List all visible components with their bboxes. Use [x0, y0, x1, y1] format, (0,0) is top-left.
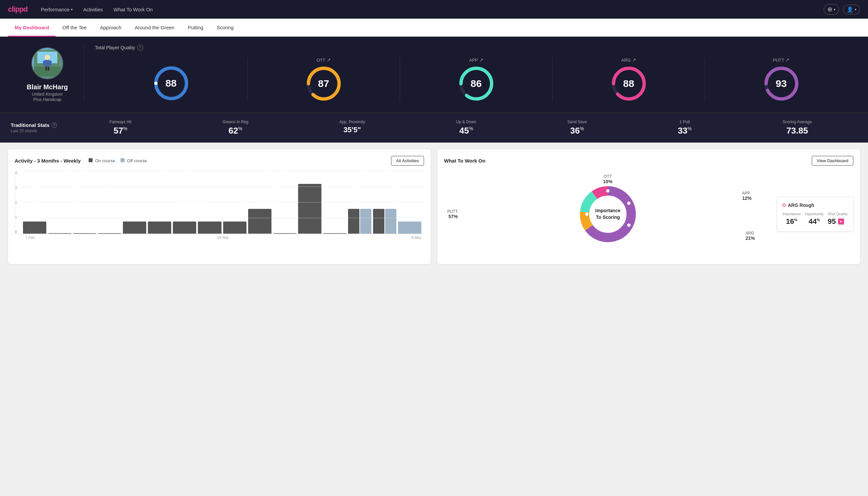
tab-approach[interactable]: Approach: [93, 19, 128, 37]
bar-group-14: [348, 209, 372, 234]
nav-what-to-work-on[interactable]: What To Work On: [114, 7, 153, 12]
plus-icon: ⊕: [827, 6, 832, 13]
donut-svg: Importance To Scoring: [574, 181, 641, 248]
tab-my-dashboard[interactable]: My Dashboard: [8, 19, 56, 37]
score-arg: ARG ↗ 88: [553, 57, 705, 102]
circle-ott: 87: [305, 65, 342, 102]
stat-sand-save: Sand Save 36%: [567, 120, 587, 136]
svg-rect-1: [34, 67, 61, 77]
what-to-work-on-card: What To Work On View Dashboard OTT 10% A…: [437, 149, 860, 264]
circle-putt: 93: [763, 65, 800, 102]
bar-group-11: [273, 233, 297, 234]
all-activities-button[interactable]: All Activities: [391, 156, 424, 166]
nav-activities[interactable]: Activities: [83, 7, 103, 12]
on-course-dot: [89, 158, 93, 162]
score-label-app: APP ↗: [469, 57, 483, 63]
circle-arg: 88: [611, 65, 647, 102]
nav-performance[interactable]: Performance ▾: [41, 7, 73, 12]
tab-off-the-tee[interactable]: Off the Tee: [56, 19, 93, 37]
tstat-subtitle: Last 20 rounds: [11, 128, 64, 133]
bar-group-15: [373, 209, 396, 234]
tstat-title: Traditional Stats ?: [11, 122, 64, 128]
metric-opportunity: Opportunity 44%: [805, 212, 824, 226]
player-handicap: Plus Handicap: [33, 97, 61, 102]
bar-chart: 4 3 2 1 0: [15, 171, 424, 244]
score-value-putt: 93: [776, 78, 787, 89]
tab-scoring[interactable]: Scoring: [210, 19, 240, 37]
bar-on-2: [48, 233, 71, 234]
detail-card-title: ARG Rough: [783, 203, 848, 208]
svg-point-28: [606, 189, 610, 192]
score-total: TPQ 88: [95, 57, 248, 102]
svg-point-32: [590, 196, 626, 232]
arg-label: ARG 21%: [745, 231, 755, 241]
bar-group-13: [323, 233, 346, 234]
info-icon[interactable]: ?: [137, 45, 143, 51]
scores-section: Total Player Quality ? TPQ: [84, 45, 857, 102]
tab-putting[interactable]: Putting: [181, 19, 210, 37]
bar-on-1: [23, 221, 46, 234]
tstat-info-icon[interactable]: ?: [52, 123, 57, 128]
svg-rect-5: [43, 61, 46, 65]
svg-rect-6: [49, 61, 52, 65]
sub-navigation: My Dashboard Off the Tee Approach Around…: [0, 19, 868, 37]
chart-legend: On course Off course: [89, 158, 147, 163]
bar-group-9: [223, 221, 247, 234]
traditional-stats: Traditional Stats ? Last 20 rounds Fairw…: [0, 113, 868, 143]
flag-icon: ▼: [838, 218, 844, 224]
stat-scoring-avg: Scoring Average 73.85: [783, 120, 812, 136]
activity-chart-title: Activity - 3 Months - Weekly: [15, 158, 81, 164]
stat-one-putt: 1 Putt 33%: [678, 120, 692, 136]
score-label-putt: PUTT ↗: [773, 57, 790, 63]
what-card-title: What To Work On: [444, 158, 485, 164]
user-button[interactable]: 👤 ▾: [843, 5, 860, 14]
bar-group-7: [173, 221, 196, 234]
bar-group-10: [248, 209, 271, 234]
svg-point-30: [627, 223, 631, 227]
svg-point-31: [585, 213, 588, 216]
user-icon: 👤: [847, 6, 853, 13]
what-content: OTT 10% APP 12% ARG 21% PUTT 57%: [444, 171, 853, 258]
svg-rect-8: [48, 67, 49, 71]
view-dashboard-button[interactable]: View Dashboard: [812, 156, 853, 166]
add-arrow: ▾: [834, 7, 835, 11]
stat-app-proximity: App. Proximity 35'5": [340, 120, 365, 136]
donut-chart-area: OTT 10% APP 12% ARG 21% PUTT 57%: [444, 171, 771, 258]
stat-fairways-hit: Fairways Hit 57%: [110, 120, 131, 136]
detail-card: ARG Rough Importance 16% Opportunity 44%…: [777, 197, 853, 232]
bar-group-8: [198, 221, 221, 234]
svg-rect-7: [45, 67, 47, 71]
x-axis: 7 Feb 28 Mar 9 May: [15, 234, 424, 239]
stat-up-down: Up & Down 45%: [456, 120, 476, 136]
svg-text:To Scoring: To Scoring: [596, 215, 620, 220]
detail-metrics: Importance 16% Opportunity 44% Shot Qual…: [783, 212, 848, 226]
circle-total: 88: [153, 65, 190, 102]
logo[interactable]: clippd: [8, 5, 28, 14]
svg-text:Importance: Importance: [595, 208, 620, 213]
putt-arrow-icon: ↗: [785, 57, 789, 63]
nav-right: ⊕ ▾ 👤 ▾: [824, 4, 860, 15]
metric-importance: Importance 16%: [783, 212, 801, 226]
bottom-section: Activity - 3 Months - Weekly On course O…: [0, 143, 868, 271]
score-value-total: 88: [165, 78, 176, 89]
add-button[interactable]: ⊕ ▾: [824, 4, 839, 15]
score-label-arg: ARG ↗: [621, 57, 636, 63]
score-ott: OTT ↗ 87: [248, 57, 400, 102]
bar-group-12: [298, 184, 321, 234]
off-course-dot: [121, 158, 125, 162]
tab-around-the-green[interactable]: Around the Green: [128, 19, 181, 37]
player-info: Blair McHarg United Kingdom Plus Handica…: [11, 45, 84, 102]
detail-dot-icon: [783, 203, 786, 207]
player-name: Blair McHarg: [27, 83, 68, 91]
bar-group-16: [398, 221, 421, 234]
player-country: United Kingdom: [32, 92, 63, 97]
arg-arrow-icon: ↗: [632, 57, 636, 63]
bar-group-6: [148, 221, 171, 234]
score-label-total: TPQ: [167, 57, 175, 62]
bar-chart-inner: 4 3 2 1 0: [15, 171, 424, 234]
tstat-labels: Traditional Stats ? Last 20 rounds: [11, 122, 64, 133]
score-cards: TPQ 88 OTT: [95, 57, 857, 102]
bar-group-4: [98, 233, 121, 234]
hero-section: Blair McHarg United Kingdom Plus Handica…: [0, 37, 868, 113]
bar-group-3: [73, 233, 96, 234]
